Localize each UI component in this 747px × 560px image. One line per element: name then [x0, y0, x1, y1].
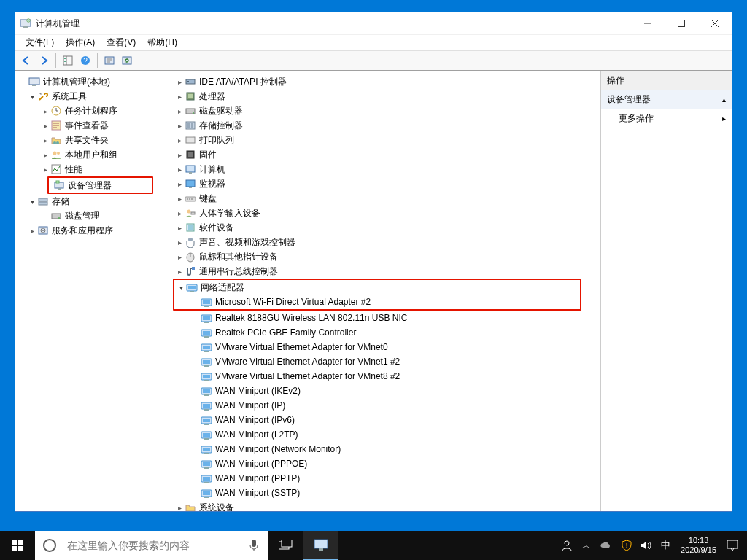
chevron-right-icon: ▸ [174, 107, 185, 115]
people-icon[interactable] [556, 531, 578, 560]
network-adapter-item[interactable]: VMware Virtual Ethernet Adapter for VMne… [160, 354, 599, 369]
actions-group[interactable]: 设备管理器 ▴ [601, 90, 732, 109]
network-adapter-item[interactable]: Microsoft Wi-Fi Direct Virtual Adapter #… [174, 295, 580, 309]
device-category[interactable]: ▸人体学输入设备 [160, 206, 599, 220]
network-adapter-item[interactable]: WAN Miniport (Network Monitor) [160, 442, 599, 456]
tree-root[interactable]: 计算机管理(本地) [17, 74, 156, 89]
tray-chevron-up-icon[interactable]: ︿ [578, 531, 595, 560]
security-icon[interactable]: ! [617, 531, 636, 560]
task-view-button[interactable] [268, 531, 303, 560]
show-desktop-button[interactable] [743, 531, 747, 560]
cortana-icon[interactable] [35, 538, 64, 553]
tree-label: 存储 [52, 195, 69, 208]
actions-pane: 操作 设备管理器 ▴ 更多操作 ▸ [600, 71, 732, 511]
category-icon [185, 265, 196, 277]
tree-shared-folders[interactable]: ▸ 共享文件夹 [17, 133, 156, 147]
network-adapter-item[interactable]: WAN Miniport (SSTP) [160, 486, 599, 500]
category-label: 监视器 [199, 178, 225, 190]
forward-button[interactable] [36, 52, 52, 69]
svg-rect-111 [204, 482, 209, 483]
back-button[interactable] [18, 52, 34, 69]
device-category[interactable]: ▸键盘 [160, 191, 599, 206]
tree-performance[interactable]: ▸ 性能 [17, 162, 156, 176]
tree-label: 本地用户和组 [65, 149, 117, 161]
ime-indicator[interactable]: 中 [657, 531, 675, 560]
device-category[interactable]: ▸磁盘驱动器 [160, 104, 599, 118]
computer-mgmt-icon [28, 76, 40, 88]
network-adapter-icon [201, 296, 212, 308]
menu-action[interactable]: 操作(A) [60, 35, 101, 50]
device-category[interactable]: ▸固件 [160, 147, 599, 162]
taskbar-app-computer-management[interactable] [303, 531, 338, 560]
svg-rect-129 [727, 540, 738, 548]
svg-rect-4 [678, 20, 685, 27]
navigation-tree[interactable]: 计算机管理(本地) ▾ 系统工具 ▸ 任务计划程序 ▸ 事件查看器 [15, 71, 158, 511]
device-category[interactable]: ▸软件设备 [160, 220, 599, 235]
device-category[interactable]: ▸监视器 [160, 176, 599, 191]
taskbar-clock[interactable]: 10:13 2020/9/15 [675, 536, 722, 555]
device-category[interactable]: ▸存储控制器 [160, 118, 599, 133]
volume-icon[interactable] [636, 531, 657, 560]
tree-services-apps[interactable]: ▸ 服务和应用程序 [17, 223, 156, 238]
svg-text:?: ? [83, 57, 88, 65]
category-label: 处理器 [199, 90, 225, 103]
chevron-right-icon: ▸ [27, 227, 37, 235]
device-category[interactable]: ▸鼠标和其他指针设备 [160, 249, 599, 264]
device-category[interactable]: ▸处理器 [160, 89, 599, 104]
network-adapter-item[interactable]: WAN Miniport (IKEv2) [160, 384, 599, 398]
tree-disk-management[interactable]: 磁盘管理 [17, 209, 156, 223]
tree-device-manager[interactable]: 设备管理器 [50, 178, 152, 192]
search-input[interactable] [64, 531, 239, 560]
properties-button[interactable] [101, 52, 117, 69]
adapter-label: Realtek 8188GU Wireless LAN 802.11n USB … [215, 313, 407, 323]
menu-file[interactable]: 文件(F) [20, 35, 60, 50]
device-category[interactable]: ▸打印队列 [160, 133, 599, 147]
notifications-icon[interactable] [722, 531, 743, 560]
tree-system-tools[interactable]: ▾ 系统工具 [17, 89, 156, 104]
minimize-button[interactable] [631, 12, 665, 34]
menu-view[interactable]: 查看(V) [101, 35, 142, 50]
device-category[interactable]: ▸声音、视频和游戏控制器 [160, 235, 599, 249]
device-category[interactable]: ▸计算机 [160, 162, 599, 176]
show-hide-tree-button[interactable] [60, 52, 76, 69]
device-manager-tree[interactable]: ▸IDE ATA/ATAPI 控制器▸处理器▸磁盘驱动器▸存储控制器▸打印队列▸… [158, 71, 600, 511]
category-label: 人体学输入设备 [199, 207, 260, 219]
taskbar-searchbox[interactable] [35, 531, 268, 560]
microphone-icon[interactable] [239, 539, 268, 552]
chevron-down-icon: ▾ [27, 198, 37, 206]
svg-rect-35 [39, 198, 47, 201]
start-button[interactable] [0, 531, 35, 560]
close-button[interactable] [698, 12, 732, 34]
device-category[interactable]: ▸通用串行总线控制器 [160, 264, 599, 279]
svg-rect-109 [203, 462, 210, 466]
network-adapter-item[interactable]: WAN Miniport (IP) [160, 398, 599, 413]
refresh-button[interactable] [119, 52, 135, 69]
tree-event-viewer[interactable]: ▸ 事件查看器 [17, 118, 156, 133]
network-adapter-item[interactable]: VMware Virtual Ethernet Adapter for VMne… [160, 340, 599, 354]
tree-label: 服务和应用程序 [52, 225, 113, 237]
network-adapter-item[interactable]: WAN Miniport (PPPOE) [160, 456, 599, 471]
help-button[interactable]: ? [77, 52, 93, 69]
shared-folder-icon [50, 134, 62, 146]
device-category[interactable]: ▸IDE ATA/ATAPI 控制器 [160, 74, 599, 89]
adapter-label: Realtek PCIe GBE Family Controller [215, 327, 356, 338]
tree-storage[interactable]: ▾ 存储 [17, 194, 156, 209]
tree-task-scheduler[interactable]: ▸ 任务计划程序 [17, 104, 156, 118]
device-category[interactable]: ▸系统设备 [160, 500, 599, 511]
maximize-button[interactable] [665, 12, 698, 34]
network-adapter-item[interactable]: WAN Miniport (PPTP) [160, 471, 599, 486]
tree-local-users[interactable]: ▸ 本地用户和组 [17, 147, 156, 162]
network-adapter-item[interactable]: VMware Virtual Ethernet Adapter for VMne… [160, 369, 599, 384]
network-adapter-item[interactable]: WAN Miniport (IPv6) [160, 413, 599, 427]
svg-rect-84 [204, 351, 209, 352]
svg-point-27 [53, 141, 56, 144]
network-adapter-item[interactable]: WAN Miniport (L2TP) [160, 427, 599, 442]
svg-rect-54 [188, 152, 193, 157]
device-category-network-adapters[interactable]: ▾网络适配器 [174, 280, 580, 295]
network-adapter-item[interactable]: Realtek PCIe GBE Family Controller [160, 325, 599, 340]
titlebar[interactable]: 计算机管理 [15, 12, 732, 34]
actions-more[interactable]: 更多操作 ▸ [601, 109, 732, 128]
onedrive-icon[interactable] [595, 531, 617, 560]
network-adapter-item[interactable]: Realtek 8188GU Wireless LAN 802.11n USB … [160, 311, 599, 325]
menu-help[interactable]: 帮助(H) [142, 35, 183, 50]
